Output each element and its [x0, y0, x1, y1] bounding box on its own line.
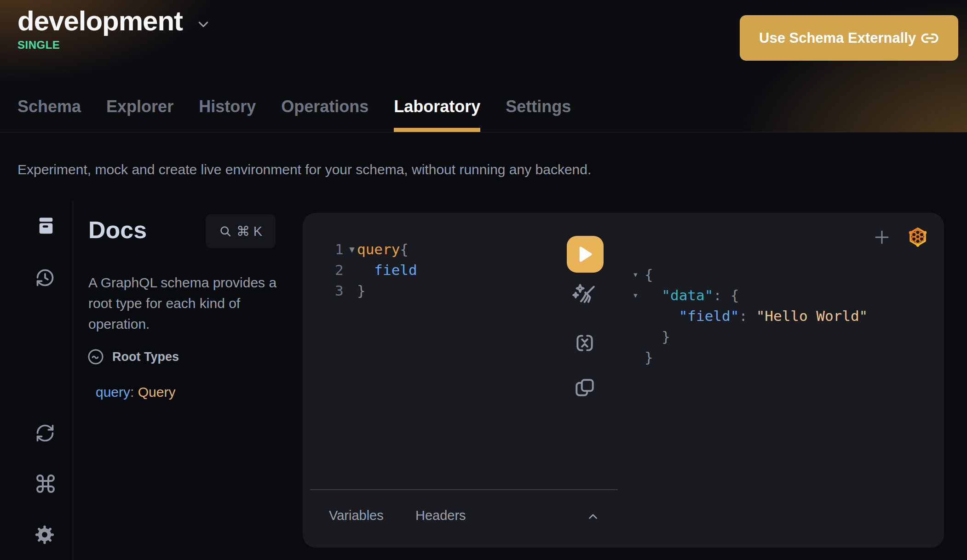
response-key-field: "field"	[679, 308, 739, 324]
code-brace: {	[400, 241, 409, 257]
response-brace: }	[645, 347, 653, 368]
root-type-query-link[interactable]: query: Query	[96, 384, 175, 400]
tab-history[interactable]: History	[199, 97, 256, 132]
gutter-spacer	[347, 260, 357, 280]
response-string-value: "Hello World"	[756, 308, 868, 324]
play-icon	[578, 246, 592, 262]
search-icon	[219, 225, 232, 238]
settings-gear-icon[interactable]	[34, 524, 55, 545]
response-line: "field": "Hello World"	[633, 306, 868, 326]
main-tabs: Schema Explorer History Operations Labor…	[17, 97, 571, 132]
reload-schema-icon[interactable]	[35, 423, 55, 443]
gutter-spacer	[633, 326, 645, 347]
root-type-type[interactable]: Query	[138, 384, 176, 400]
line-number: 1	[335, 239, 347, 260]
laboratory-description: Experiment, mock and create live environ…	[17, 162, 591, 177]
response-line: ▾ {	[633, 264, 868, 285]
editor-footer-divider	[310, 489, 618, 490]
tab-operations[interactable]: Operations	[281, 97, 368, 132]
response-line: }	[633, 347, 868, 368]
response-viewer: ▾ { ▾ "data": { "field": "Hello World" }…	[633, 264, 868, 368]
response-brace: {	[645, 264, 653, 285]
line-number: 2	[335, 260, 347, 280]
code-brace: }	[357, 280, 366, 301]
query-editor[interactable]: 1 ▾ query{ 2 field 3 }	[335, 239, 417, 301]
root-type-colon: :	[130, 384, 138, 400]
editor-line[interactable]: 3 }	[335, 280, 417, 301]
graphql-hive-logo[interactable]	[906, 224, 930, 249]
page-title: development	[17, 4, 183, 38]
use-schema-externally-button[interactable]: Use Schema Externally	[740, 15, 958, 61]
use-schema-externally-label: Use Schema Externally	[759, 30, 916, 46]
chevron-up-icon[interactable]	[586, 510, 600, 524]
response-line: ▾ "data": {	[633, 285, 868, 306]
response-key-data: "data"	[662, 287, 713, 303]
tab-variables[interactable]: Variables	[329, 508, 384, 523]
editor-line[interactable]: 2 field	[335, 260, 417, 280]
docs-description: A GraphQL schema provides a root type fo…	[88, 272, 295, 334]
target-mode-badge: SINGLE	[17, 39, 60, 51]
root-types-section: Root Types	[87, 349, 179, 365]
tab-laboratory[interactable]: Laboratory	[394, 97, 480, 132]
gutter-spacer	[633, 347, 645, 368]
code-field: field	[357, 260, 417, 280]
merge-fragments-icon[interactable]	[573, 331, 596, 354]
code-keyword: query	[357, 241, 400, 257]
search-shortcut-label: ⌘ K	[236, 223, 262, 239]
link-icon	[921, 29, 939, 47]
line-number: 3	[335, 280, 347, 301]
tab-settings[interactable]: Settings	[506, 97, 571, 132]
docs-search-button[interactable]: ⌘ K	[206, 214, 276, 248]
collapse-triangle-icon[interactable]: ▾	[633, 264, 645, 285]
tab-explorer[interactable]: Explorer	[106, 97, 173, 132]
editor-line[interactable]: 1 ▾ query{	[335, 239, 417, 260]
tab-schema[interactable]: Schema	[17, 97, 81, 132]
copy-query-icon[interactable]	[573, 377, 596, 400]
sidebar-divider	[73, 201, 73, 560]
fold-triangle-icon[interactable]: ▾	[347, 239, 357, 260]
keyboard-shortcuts-icon[interactable]	[35, 473, 57, 495]
execute-query-button[interactable]	[567, 236, 604, 273]
target-selector[interactable]: development	[17, 4, 210, 38]
root-type-field[interactable]: query	[96, 384, 130, 400]
gutter-spacer	[347, 280, 357, 301]
header: development SINGLE Use Schema Externally…	[0, 0, 967, 132]
response-line: }	[633, 326, 868, 347]
collapse-triangle-icon[interactable]: ▾	[633, 285, 645, 306]
prettify-icon[interactable]	[571, 282, 598, 309]
graphiql-panel: 1 ▾ query{ 2 field 3 }	[303, 213, 944, 548]
response-brace: }	[645, 326, 670, 347]
add-tab-button[interactable]	[872, 228, 892, 247]
history-icon[interactable]	[35, 268, 55, 288]
docs-heading: Docs	[88, 216, 147, 244]
gutter-spacer	[633, 306, 645, 326]
chevron-down-icon[interactable]	[196, 17, 210, 31]
docs-icon[interactable]	[36, 215, 56, 236]
tab-headers[interactable]: Headers	[415, 508, 466, 523]
root-types-icon	[87, 349, 104, 365]
root-types-label: Root Types	[112, 350, 179, 364]
